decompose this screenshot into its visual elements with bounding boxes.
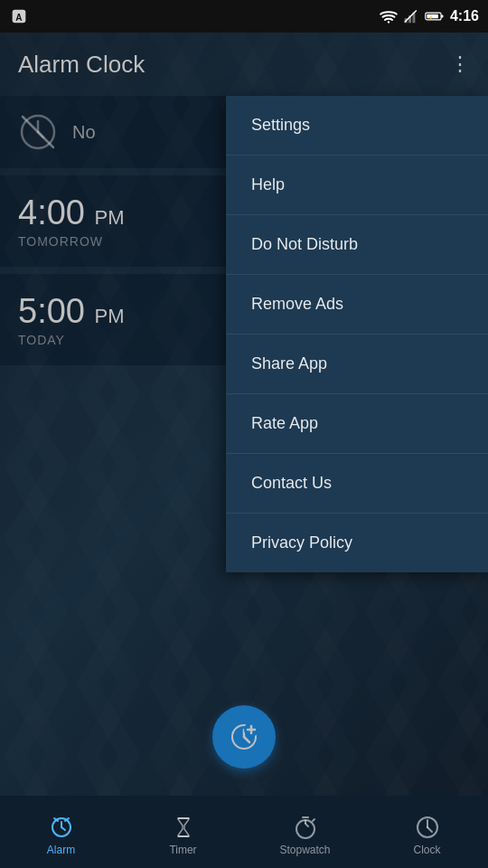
svg-text:⚡: ⚡ — [428, 14, 434, 21]
menu-item-share-app[interactable]: Share App — [226, 335, 488, 394]
nav-clock[interactable]: Clock — [366, 807, 488, 856]
app-icon: A — [9, 6, 29, 26]
timer-nav-icon — [171, 815, 196, 840]
menu-item-remove-ads[interactable]: Remove Ads — [226, 275, 488, 335]
nav-alarm-label: Alarm — [47, 844, 75, 856]
battery-icon: ⚡ — [425, 10, 445, 23]
svg-line-30 — [305, 824, 308, 826]
alarm-nav-icon — [49, 815, 74, 840]
nav-stopwatch[interactable]: Stopwatch — [244, 807, 366, 856]
stopwatch-nav-icon — [293, 815, 318, 840]
nav-stopwatch-label: Stopwatch — [279, 844, 330, 856]
menu-item-settings[interactable]: Settings — [226, 96, 488, 156]
status-bar-right: ⚡ 4:16 — [380, 8, 479, 24]
signal-blocked-icon — [403, 9, 419, 24]
svg-line-35 — [427, 827, 432, 832]
menu-item-help[interactable]: Help — [226, 156, 488, 215]
nav-alarm[interactable]: Alarm — [0, 807, 122, 856]
main-content: Alarm Clock ⋮ No 4:00 PM TOMORROW 5:00 P… — [0, 33, 488, 796]
svg-line-23 — [61, 827, 65, 830]
menu-item-rate-app[interactable]: Rate App — [226, 394, 488, 454]
clock-nav-icon — [415, 815, 440, 840]
menu-item-do-not-disturb[interactable]: Do Not Disturb — [226, 215, 488, 275]
status-bar-left: A — [9, 6, 29, 26]
svg-text:A: A — [15, 13, 23, 23]
menu-item-privacy-policy[interactable]: Privacy Policy — [226, 514, 488, 572]
dropdown-menu: Settings Help Do Not Disturb Remove Ads … — [226, 96, 488, 572]
svg-point-2 — [388, 21, 389, 23]
nav-timer-label: Timer — [169, 844, 196, 856]
nav-timer[interactable]: Timer — [122, 807, 244, 856]
wifi-icon — [380, 9, 398, 24]
menu-item-contact-us[interactable]: Contact Us — [226, 454, 488, 514]
svg-line-32 — [313, 819, 314, 821]
svg-rect-8 — [441, 14, 443, 17]
bottom-nav: Alarm Timer Stopwatch Clock — [0, 796, 488, 868]
status-time: 4:16 — [450, 8, 479, 24]
status-bar: A ⚡ 4:16 — [0, 0, 488, 33]
nav-clock-label: Clock — [413, 844, 440, 856]
